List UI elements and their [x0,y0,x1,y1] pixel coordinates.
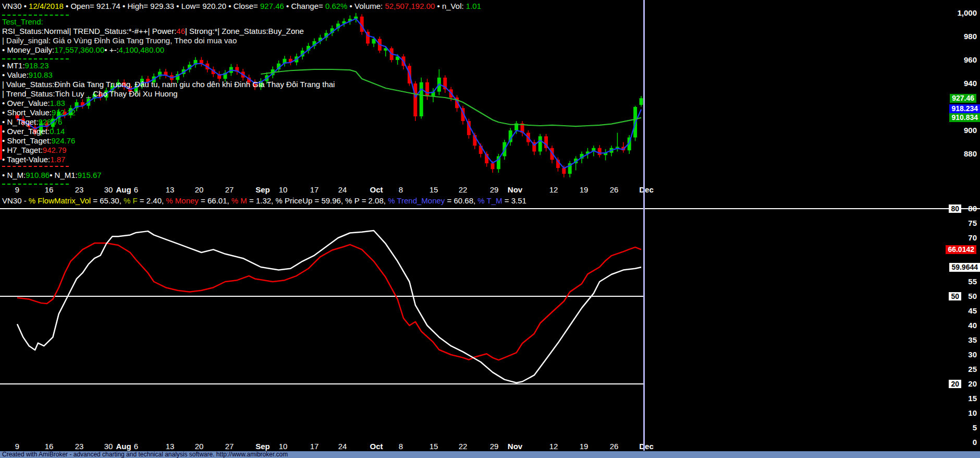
overlay-text: 17,557,360.00 [54,45,104,54]
candle-up [640,98,643,105]
date-label-26: 26 [610,442,619,451]
overlay-text: 910.83 [29,70,53,79]
candle-up [538,136,542,151]
overlay-text: 912.12 [52,108,76,117]
indicator-title-text: = 60.68, [445,196,477,205]
price-axis-label: 900 [940,126,977,135]
date-label-sep: Sep [255,442,270,451]
overlay-text: 927.46 [260,2,284,10]
overlay-text: 924.76 [51,136,75,145]
date-label-aug: Aug [116,186,131,194]
date-label-29: 29 [490,442,499,451]
crosshair-line [643,0,645,451]
date-label-19: 19 [580,442,589,451]
overlay-text: • Open= 921.74 • High= 929.33 • Low= 920… [64,2,260,10]
indicator-title-text: % F [124,196,138,205]
date-label-30: 30 [104,442,113,451]
overlay-text: | Trend_Status:Tich Luy _ Cho Thay Đôi X… [2,89,178,98]
overlay-line-short-taget: • Short_Taget:924.76 [2,136,75,145]
date-label-29: 29 [490,186,499,194]
overlay-text: 0.62% [325,2,348,10]
price-axis-label: 880 [940,150,977,158]
overlay-text: | Value_Status:Đinh Gia Tang Truong. Đâu… [2,80,335,89]
overlay-text: • H7_Taget: [2,146,43,154]
date-label-12: 12 [549,442,558,451]
indicator-axis-label: 30 [940,351,977,359]
indicator-axis-label: 25 [940,365,977,373]
value-tag: 910.834 [949,113,980,122]
date-label-nov: Nov [508,442,522,451]
price-axis-label: 960 [940,56,977,64]
overlay-text: 1.01 [466,2,481,10]
indicator-axis-label: 55 [940,278,977,286]
overlay-text: • Value: [2,70,29,79]
oscillator-line-white [17,231,641,383]
indicator-axis-label: 5 [940,424,977,432]
dashed-separator [2,184,69,185]
dashed-separator [2,58,69,59]
date-label-26: 26 [610,186,619,194]
date-label-15: 15 [430,186,438,194]
date-label-20: 20 [195,186,204,194]
overlay-text: • Change= [284,2,325,10]
overlay-text: 1.87 [50,155,65,164]
indicator-title-text: = 66.01, [199,196,231,205]
indicator-title-text: = 65.30, [91,196,124,205]
boxed-axis-label: 80 [949,204,961,213]
overlay-line-n-taget: • N_Taget:928.76 [2,117,62,126]
boxed-axis-label: 20 [949,380,961,388]
date-label-8: 8 [399,186,403,194]
date-label-dec: Dec [639,442,654,451]
indicator-axis-label: 75 [940,219,977,227]
amibroker-chart-window: VN30 • 12/4/2018 • Open= 921.74 • High= … [0,0,980,458]
overlay-text: 52,507,192.00 [385,2,435,10]
boxed-axis-label: 50 [949,292,961,300]
indicator-title-text: % M [231,196,247,205]
overlay-text: VN30 • [2,2,29,10]
indicator-title-text: % FlowMatrix_Vol [29,196,91,205]
overlay-text: 928.76 [38,117,62,126]
overlay-text: 942.79 [43,146,67,154]
overlay-line-taget-value: • Taget-Value:1.87 [2,155,65,164]
overlay-text: • Money_Daily: [2,45,54,54]
overlay-text: 1.83 [50,99,65,107]
indicator-axis-label: 0 [940,438,977,447]
overlay-text: • MT1: [2,61,25,70]
overlay-text: • N_M: [2,171,26,179]
value-tag: 918.234 [949,104,980,113]
overlay-text: 4,100,480.00 [119,45,165,54]
overlay-text: 910.86 [26,171,50,179]
price-axis-label: 980 [940,32,977,41]
date-label-6: 6 [134,186,138,194]
overlay-text: • Over_Taget: [2,127,50,136]
oscillator-line-red [17,243,641,360]
date-label-13: 13 [166,186,175,194]
indicator-axis-label: 40 [940,321,977,330]
indicator-axis-label: 15 [940,394,977,403]
indicator-chart[interactable] [0,208,980,443]
overlay-line-test-trend: Test_Trend: [2,17,43,26]
date-label-oct: Oct [370,186,383,194]
overlay-text: • N_Taget: [2,117,38,126]
date-label-23: 23 [75,186,84,194]
date-label-22: 22 [459,442,468,451]
status-bar-text: Created with AmiBroker - advanced charti… [2,451,288,458]
date-label-10: 10 [279,186,288,194]
overlay-text: 918.23 [25,61,49,70]
indicator-title-text: % Money [166,196,199,205]
overlay-text: • N_M1: [50,171,78,179]
date-label-8: 8 [399,442,403,451]
indicator-axis-label: 10 [940,409,977,417]
value-tag: 59.9644 [949,263,980,272]
indicator-title: VN30 - % FlowMatrix_Vol = 65.30, % F = 2… [2,196,526,205]
overlay-text: Test_Trend: [2,17,43,26]
date-label-16: 16 [45,186,54,194]
date-label-12: 12 [549,186,558,194]
date-label-nov: Nov [508,186,522,194]
overlay-line-h7-taget: • H7_Taget:942.79 [2,146,67,154]
date-label-22: 22 [459,186,468,194]
date-label-20: 20 [195,442,204,451]
overlay-line-over-taget: • Over_Taget:0.14 [2,127,65,136]
overlay-text: • Short_Value: [2,108,52,117]
overlay-text: 46 [176,27,185,35]
